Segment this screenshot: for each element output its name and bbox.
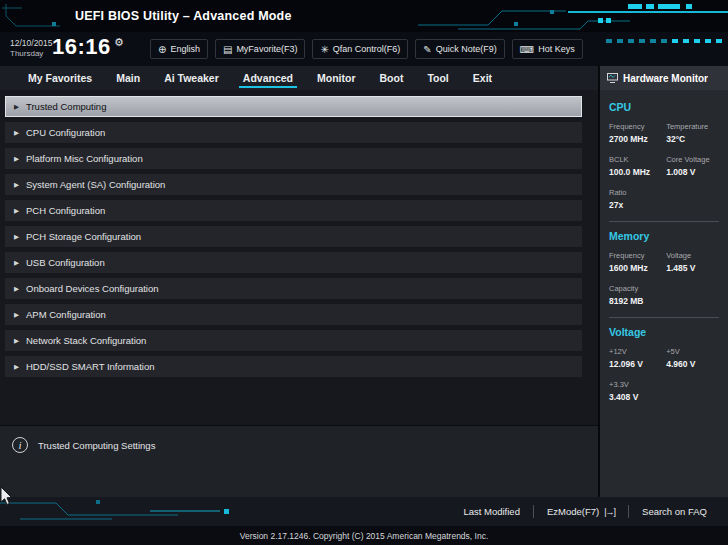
my-favorite-button[interactable]: ▤MyFavorite(F3) [215,39,305,59]
list-item-label: PCH Configuration [26,205,105,216]
list-item-onboard-devices-configuration[interactable]: ▶Onboard Devices Configuration [5,278,582,299]
item-arrow-icon: ▶ [14,259,19,267]
hw-row: +3.3V3.408 V [609,380,719,402]
tab-my-favorites[interactable]: My Favorites [16,66,104,90]
version-bar: Version 2.17.1246. Copyright (C) 2015 Am… [0,526,728,545]
day-text: Thursday [10,49,43,58]
item-arrow-icon: ▶ [14,181,19,189]
hw-value: 1.008 V [666,167,719,177]
quick-toolbar: ⊕English▤MyFavorite(F3)✳Qfan Control(F6)… [150,39,583,59]
settings-panel: ▶Trusted Computing▶CPU Configuration▶Pla… [0,90,598,497]
hw-label: +5V [666,347,719,356]
hw-row: Frequency1600 MHzVoltage1.485 V [609,251,719,273]
hw-label: Ratio [609,188,666,197]
hw-value: 8192 MB [609,296,666,306]
hw-label: BCLK [609,155,666,164]
list-item-label: PCH Storage Configuration [26,231,141,242]
section-divider [609,221,719,222]
hw-cell-12v: +12V12.096 V [609,347,666,369]
hardware-monitor-panel: Hardware Monitor CPUFrequency2700 MHzTem… [598,66,728,497]
info-icon: i [12,437,28,453]
item-arrow-icon: ▶ [14,207,19,215]
footer-bar: Last ModifiedEzMode(F7)|→]Search on FAQ [0,497,728,526]
tab-exit[interactable]: Exit [461,66,504,90]
hw-row: Ratio27x [609,188,719,210]
clock-settings-gear-icon[interactable]: ⚙ [114,36,124,49]
list-item-label: USB Configuration [26,257,105,268]
hw-label: Frequency [609,251,666,260]
tab-boot[interactable]: Boot [367,66,415,90]
circuit-decoration-left [0,0,70,32]
toolbar-button-label: Quick Note(F9) [436,44,497,54]
hw-section-title-cpu: CPU [609,101,719,113]
list-item-cpu-configuration[interactable]: ▶CPU Configuration [5,122,582,143]
hw-row: Frequency2700 MHzTemperature32°C [609,122,719,144]
item-arrow-icon: ▶ [14,363,19,371]
ezmode-exit-icon: |→] [604,507,615,517]
circuit-decoration-right [418,0,728,32]
tab-tool[interactable]: Tool [415,66,460,90]
footer-item-label: Last Modified [463,506,520,517]
list-item-network-stack-configuration[interactable]: ▶Network Stack Configuration [5,330,582,351]
fan-icon: ✳ [320,44,328,55]
hw-label: +12V [609,347,666,356]
list-item-label: APM Configuration [26,309,106,320]
item-arrow-icon: ▶ [14,129,19,137]
qfan-control-button[interactable]: ✳Qfan Control(F6) [312,39,408,59]
item-arrow-icon: ▶ [14,155,19,163]
globe-icon: ⊕ [158,44,166,55]
monitor-icon [607,73,618,83]
hw-cell-temperature: Temperature32°C [666,122,719,144]
settings-list: ▶Trusted Computing▶CPU Configuration▶Pla… [5,96,582,382]
hw-label: Capacity [609,284,666,293]
hw-value: 1.485 V [666,263,719,273]
title-bar: UEFI BIOS Utility – Advanced Mode [0,0,728,32]
hardware-monitor-body: CPUFrequency2700 MHzTemperature32°CBCLK1… [600,90,728,402]
list-item-hdd-ssd-smart-information[interactable]: ▶HDD/SSD SMART Information [5,356,582,377]
hw-cell-capacity: Capacity8192 MB [609,284,666,306]
list-item-label: Onboard Devices Configuration [26,283,159,294]
toolbar-button-label: MyFavorite(F3) [236,44,297,54]
hot-keys-button[interactable]: ⌨Hot Keys [512,39,583,59]
hw-value: 27x [609,200,666,210]
list-item-apm-configuration[interactable]: ▶APM Configuration [5,304,582,325]
item-arrow-icon: ▶ [14,311,19,319]
list-item-pch-storage-configuration[interactable]: ▶PCH Storage Configuration [5,226,582,247]
hw-value: 3.408 V [609,392,666,402]
hw-cell-voltage: Voltage1.485 V [666,251,719,273]
quick-note-button[interactable]: ✎Quick Note(F9) [415,39,504,59]
list-item-platform-misc-configuration[interactable]: ▶Platform Misc Configuration [5,148,582,169]
circuit-decoration-footer-left [0,497,300,526]
item-arrow-icon: ▶ [14,337,19,345]
item-arrow-icon: ▶ [14,285,19,293]
tab-ai-tweaker[interactable]: Ai Tweaker [152,66,231,90]
toolbar-button-label: Hot Keys [538,44,575,54]
language-button[interactable]: ⊕English [150,39,208,59]
hw-label: +3.3V [609,380,666,389]
hw-value: 32°C [666,134,719,144]
tab-advanced[interactable]: Advanced [231,66,305,90]
item-arrow-icon: ▶ [14,103,19,111]
section-divider [609,317,719,318]
ez-mode-button[interactable]: EzMode(F7)|→] [534,506,628,517]
hw-cell-ratio: Ratio27x [609,188,666,210]
favorite-icon: ▤ [223,44,232,55]
help-info-panel: i Trusted Computing Settings [0,425,598,497]
tab-monitor[interactable]: Monitor [305,66,368,90]
list-item-system-agent-sa-configuration[interactable]: ▶System Agent (SA) Configuration [5,174,582,195]
time-text: 16:16 [52,34,111,60]
list-item-trusted-computing[interactable]: ▶Trusted Computing [5,96,582,117]
tab-main[interactable]: Main [104,66,152,90]
list-item-pch-configuration[interactable]: ▶PCH Configuration [5,200,582,221]
last-modified-button[interactable]: Last Modified [450,506,533,517]
hw-cell-3-3v: +3.3V3.408 V [609,380,666,402]
search-on-faq-button[interactable]: Search on FAQ [629,506,720,517]
hw-cell-5v: +5V4.960 V [666,347,719,369]
list-item-usb-configuration[interactable]: ▶USB Configuration [5,252,582,273]
list-item-label: CPU Configuration [26,127,105,138]
dash-decoration [606,38,724,44]
hw-value: 1600 MHz [609,263,666,273]
keyboard-icon: ⌨ [520,44,534,55]
list-item-label: Platform Misc Configuration [26,153,143,164]
footer-actions: Last ModifiedEzMode(F7)|→]Search on FAQ [450,505,720,518]
